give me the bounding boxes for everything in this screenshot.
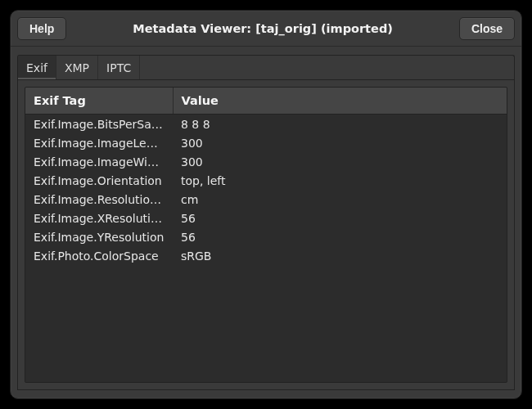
table-row[interactable]: Exif.Image.ResolutionUnitcm <box>25 190 507 209</box>
cell-value: sRGB <box>173 246 507 265</box>
tabbar-spacer <box>140 56 514 79</box>
titlebar: Help Metadata Viewer: [taj_orig] (import… <box>11 11 521 47</box>
table-header-row: Exif Tag Value <box>25 88 507 115</box>
cell-tag: Exif.Image.BitsPerSample <box>25 115 173 134</box>
close-button[interactable]: Close <box>459 17 515 40</box>
column-header-tag[interactable]: Exif Tag <box>25 88 173 115</box>
cell-tag: Exif.Image.XResolution <box>25 209 173 227</box>
table-row[interactable]: Exif.Image.BitsPerSample8 8 8 <box>25 115 507 134</box>
cell-tag: Exif.Image.ResolutionUnit <box>25 190 173 209</box>
cell-value: 300 <box>173 133 507 152</box>
cell-tag: Exif.Image.ImageWidth <box>25 152 173 171</box>
table-row[interactable]: Exif.Image.ImageLength300 <box>25 133 507 152</box>
column-header-value[interactable]: Value <box>173 88 507 115</box>
metadata-table-container: Exif Tag Value Exif.Image.BitsPerSample8… <box>25 87 507 383</box>
cell-tag: Exif.Photo.ColorSpace <box>25 246 173 265</box>
cell-value: top, left <box>173 171 507 190</box>
cell-tag: Exif.Image.ImageLength <box>25 133 173 152</box>
tab-panel: Exif Tag Value Exif.Image.BitsPerSample8… <box>17 79 515 390</box>
cell-value: 8 8 8 <box>173 115 507 134</box>
cell-tag: Exif.Image.YResolution <box>25 227 173 246</box>
table-row[interactable]: Exif.Image.XResolution56 <box>25 209 507 227</box>
cell-value: 56 <box>173 227 507 246</box>
window-title: Metadata Viewer: [taj_orig] (imported) <box>66 22 459 35</box>
table-row[interactable]: Exif.Image.YResolution56 <box>25 227 507 246</box>
table-row[interactable]: Exif.Image.Orientationtop, left <box>25 171 507 190</box>
cell-value: cm <box>173 190 507 209</box>
metadata-viewer-window: Help Metadata Viewer: [taj_orig] (import… <box>10 10 522 399</box>
tab-exif[interactable]: Exif <box>18 56 56 79</box>
content-area: Exif XMP IPTC Exif Tag Value Exif.Image.… <box>11 47 521 398</box>
cell-value: 300 <box>173 152 507 171</box>
tabbar: Exif XMP IPTC <box>17 55 515 79</box>
cell-value: 56 <box>173 209 507 227</box>
table-row[interactable]: Exif.Photo.ColorSpacesRGB <box>25 246 507 265</box>
table-row[interactable]: Exif.Image.ImageWidth300 <box>25 152 507 171</box>
metadata-table: Exif Tag Value Exif.Image.BitsPerSample8… <box>25 88 507 265</box>
tab-xmp[interactable]: XMP <box>56 56 98 79</box>
tab-iptc[interactable]: IPTC <box>98 56 140 79</box>
cell-tag: Exif.Image.Orientation <box>25 171 173 190</box>
help-button[interactable]: Help <box>17 17 66 40</box>
table-empty-space <box>25 265 507 382</box>
